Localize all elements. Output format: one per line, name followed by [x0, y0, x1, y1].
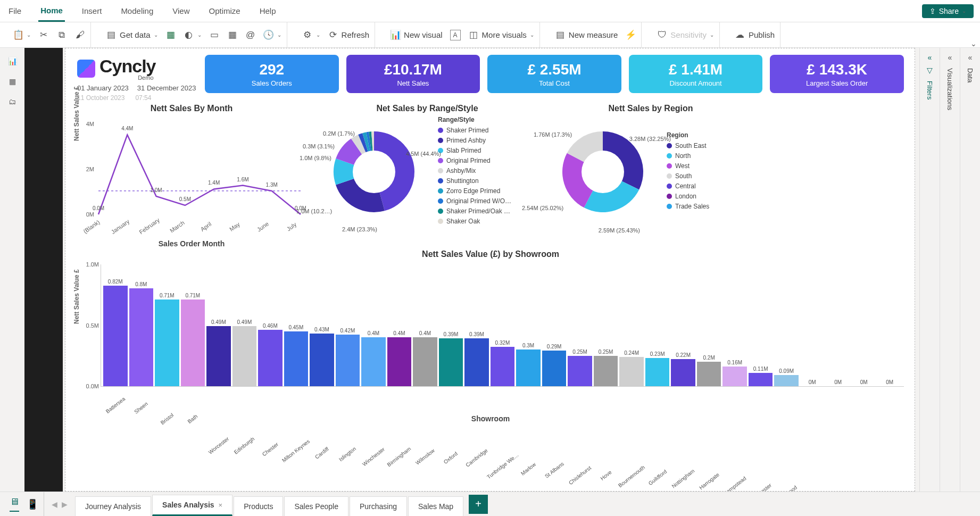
kpi-card[interactable]: £ 1.41MDiscount Amount — [629, 55, 763, 93]
ribbon-tab-optimize[interactable]: Optimize — [207, 1, 243, 21]
chevron-left-icon[interactable]: « — [948, 53, 952, 62]
more-visuals-button[interactable]: ◫More visuals⌄ — [468, 30, 534, 40]
bar-column[interactable]: 0.46MChester — [258, 323, 283, 386]
mobile-view-icon[interactable]: 📱 — [27, 498, 38, 510]
page-tab[interactable]: Sales People — [284, 496, 348, 516]
enter-data-button[interactable]: ▦ — [227, 30, 238, 40]
paste-button[interactable]: 📋⌄ — [13, 30, 31, 40]
bar-column[interactable]: 0MLeamington … — [826, 379, 850, 386]
visualizations-pane[interactable]: « Visualizations — [940, 48, 960, 492]
legend-item[interactable]: Original Primed — [438, 157, 511, 164]
recent-sources-button[interactable]: 🕓⌄ — [263, 30, 281, 40]
bar-column[interactable]: 0.45MMilton Keynes — [284, 324, 309, 387]
filters-pane[interactable]: « ▽ Filters — [919, 48, 940, 492]
legend-item[interactable]: Shaker Primed/Oak … — [438, 207, 511, 215]
desktop-view-icon[interactable]: 🖥 — [10, 496, 19, 512]
format-painter-button[interactable]: 🖌 — [74, 30, 85, 40]
ribbon-tab-insert[interactable]: Insert — [80, 1, 104, 21]
page-tab[interactable]: Journey Analysis — [75, 496, 151, 516]
report-page[interactable]: Cyncly Demo 01 January 2023 31 December … — [65, 48, 915, 492]
legend-item[interactable]: Central — [667, 182, 709, 190]
next-page-icon[interactable]: ▶ — [62, 500, 68, 509]
quick-measure-button[interactable]: ⚡ — [625, 30, 636, 40]
legend-item[interactable]: Ashby/Mix — [438, 167, 511, 174]
bar-column[interactable]: 0.4MBirmingham — [387, 330, 412, 386]
bar-column[interactable]: 0.8MSheen — [129, 281, 154, 386]
bar-column[interactable]: 0.3MMarlow — [516, 343, 541, 386]
chevron-left-icon[interactable]: « — [968, 53, 973, 62]
bar-column[interactable]: 0.39MOxford — [439, 331, 463, 386]
legend-item[interactable]: London — [667, 193, 709, 200]
legend-item[interactable]: Trade Sales — [667, 203, 709, 210]
kpi-card[interactable]: £ 143.3KLargest Sales Order — [770, 55, 904, 93]
bar-column[interactable]: 0.25MHove — [594, 349, 618, 387]
bar-column[interactable]: 0.11MChichester — [749, 366, 773, 386]
bar-column[interactable]: 0.49MEdinburgh — [232, 319, 257, 386]
kpi-card[interactable]: 292Sales Orders — [205, 55, 339, 93]
legend-item[interactable]: Original Primed W/O… — [438, 197, 511, 205]
page-tab[interactable]: Sales Map — [408, 496, 463, 516]
page-tab[interactable]: Sales Analysis× — [152, 495, 232, 516]
legend-item[interactable]: South — [667, 172, 709, 180]
report-view-icon[interactable]: 📊 — [6, 55, 18, 67]
bar-column[interactable]: 0MNotting Hill — [852, 379, 876, 386]
bar-column[interactable]: 0.16MHampstead — [722, 360, 747, 386]
donut-region[interactable]: Nett Sales by Region 3.28M (32.25%) 2.59… — [544, 104, 757, 247]
bar-column[interactable]: 0.23MGuildford — [645, 351, 670, 386]
bar-column[interactable]: 0.2MHarrogate — [697, 355, 721, 386]
legend-item[interactable]: North — [667, 152, 709, 160]
legend-item[interactable]: Primed Ashby — [438, 137, 511, 144]
bar-column[interactable]: 0.42MIslington — [336, 328, 360, 386]
table-view-icon[interactable]: ▦ — [6, 76, 18, 87]
bar-column[interactable]: 0.22MNottingham — [671, 352, 695, 386]
prev-page-icon[interactable]: ◀ — [52, 500, 57, 509]
bar-column[interactable]: 0.09MBrentwood — [774, 368, 799, 386]
legend-item[interactable]: Shaker Oak — [438, 218, 511, 225]
bar-column[interactable]: 0.39MCambridge — [464, 331, 489, 386]
data-pane[interactable]: « Data — [960, 48, 980, 492]
bar-column[interactable]: 0.43MCardiff — [310, 327, 334, 386]
dataverse-button[interactable]: @ — [245, 30, 256, 40]
bar-column[interactable]: 0.4MWinchester — [361, 330, 386, 386]
new-visual-button[interactable]: 📊New visual — [390, 30, 443, 40]
excel-button[interactable]: ▦ — [165, 30, 176, 40]
ribbon-tab-view[interactable]: View — [170, 1, 192, 21]
bar-column[interactable]: 0.71MBath — [181, 293, 205, 386]
share-button[interactable]: ⇪ Share ⌄ — [922, 4, 974, 18]
sql-button[interactable]: ▭ — [209, 30, 220, 40]
bar-column[interactable]: 0MTrade Sales — [877, 379, 902, 386]
bar-column[interactable]: 0.71MBristol — [155, 293, 179, 386]
ribbon-tab-help[interactable]: Help — [258, 1, 278, 21]
page-tab[interactable]: Purchasing — [350, 496, 407, 516]
new-measure-button[interactable]: ▤New measure — [555, 30, 618, 40]
bar-column[interactable]: 0.4MWilmslow — [413, 330, 437, 386]
ribbon-collapse-button[interactable]: ⌄ — [970, 39, 977, 48]
bar-column[interactable]: 0MGlasgow — [800, 379, 825, 386]
line-chart[interactable]: Nett Sales By Month Nett Sales Value £ 0… — [77, 104, 306, 242]
transform-data-button[interactable]: ⚙⌄ — [302, 30, 320, 40]
legend-item[interactable]: Slab Primed — [438, 147, 511, 154]
ribbon-tab-home[interactable]: Home — [38, 1, 65, 22]
kpi-card[interactable]: £10.17MNett Sales — [346, 55, 480, 93]
text-box-button[interactable]: A — [450, 30, 461, 40]
legend-item[interactable]: Zorro Edge Primed — [438, 187, 511, 195]
bar-column[interactable]: 0.25MChislehurst — [568, 349, 592, 387]
legend-item[interactable]: South East — [667, 142, 709, 149]
add-page-button[interactable]: + — [469, 495, 488, 514]
bar-column[interactable]: 0.49MWorcester — [206, 319, 231, 386]
ribbon-tab-file[interactable]: File — [6, 1, 23, 21]
bar-column[interactable]: 0.24MBournemouth — [619, 350, 644, 386]
bar-column[interactable]: 0.82MBattersea — [103, 279, 128, 386]
close-icon[interactable]: × — [219, 501, 223, 509]
publish-button[interactable]: ☁Publish — [735, 30, 775, 40]
legend-item[interactable]: Shuttington — [438, 177, 511, 185]
model-view-icon[interactable]: 🗂 — [6, 96, 18, 107]
bar-column[interactable]: 0.29MSt Albans — [542, 344, 567, 386]
chevron-left-icon[interactable]: « — [928, 53, 932, 62]
legend-item[interactable]: Shaker Primed — [438, 127, 511, 134]
page-tab[interactable]: Products — [234, 496, 283, 516]
bar-chart[interactable]: Nett Sales Value (£) by Showroom Nett Sa… — [77, 249, 904, 486]
legend-item[interactable]: West — [667, 162, 709, 170]
get-data-button[interactable]: ▤Get data⌄ — [106, 30, 158, 40]
kpi-card[interactable]: £ 2.55MTotal Cost — [487, 55, 621, 93]
